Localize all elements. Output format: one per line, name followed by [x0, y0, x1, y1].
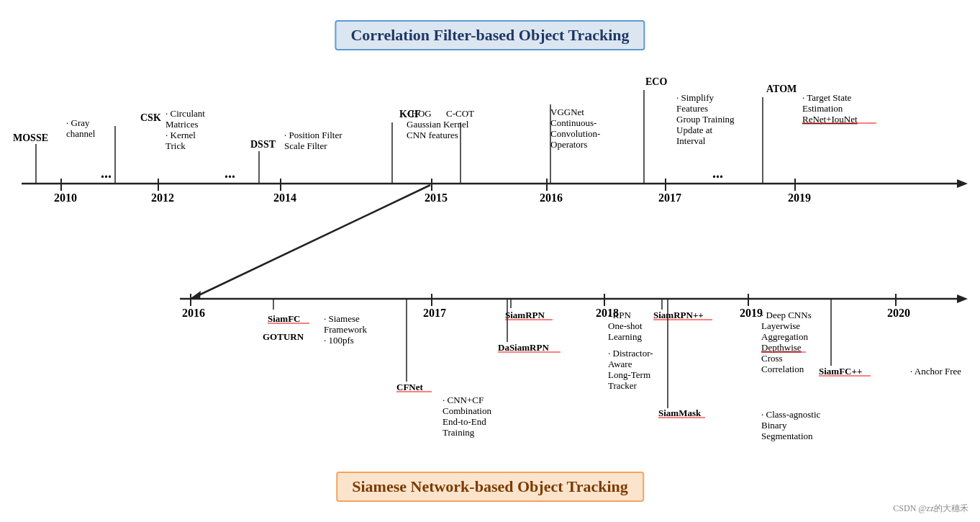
- svg-text:ECO: ECO: [645, 76, 667, 87]
- svg-marker-59: [957, 294, 968, 303]
- svg-text:Aggregation: Aggregation: [761, 331, 808, 342]
- svg-text:Scale Filter: Scale Filter: [284, 140, 327, 151]
- svg-text:· HOG: · HOG: [407, 108, 432, 119]
- svg-text:SiamFC++: SiamFC++: [819, 366, 862, 377]
- svg-text:2010: 2010: [54, 192, 77, 204]
- svg-text:Cross: Cross: [761, 353, 783, 364]
- svg-text:SiamRPN++: SiamRPN++: [653, 310, 704, 320]
- svg-text:Learning: Learning: [608, 331, 642, 342]
- svg-text:···: ···: [101, 168, 112, 184]
- svg-text:· Deep CNNs: · Deep CNNs: [761, 310, 812, 320]
- svg-text:Trick: Trick: [165, 140, 186, 151]
- svg-text:Long-Term: Long-Term: [608, 369, 650, 380]
- diagonal-arrow-svg: [0, 0, 980, 522]
- svg-text:MOSSE: MOSSE: [13, 132, 48, 143]
- svg-text:ReNet+IouNet: ReNet+IouNet: [802, 114, 858, 125]
- svg-text:Binary: Binary: [761, 420, 787, 431]
- svg-text:Tracker: Tracker: [608, 380, 638, 391]
- svg-line-117: [196, 185, 430, 297]
- svg-text:2017: 2017: [423, 307, 446, 319]
- svg-text:GOTURN: GOTURN: [263, 331, 304, 342]
- svg-text:Group Training: Group Training: [676, 114, 735, 125]
- bottom-title: Siamese Network-based Object Tracking: [336, 472, 644, 502]
- svg-text:Continuous-: Continuous-: [550, 117, 596, 128]
- svg-text:· 100pfs: · 100pfs: [324, 335, 354, 346]
- svg-marker-118: [191, 291, 201, 300]
- svg-text:CFNet: CFNet: [396, 382, 423, 392]
- svg-text:One-shot: One-shot: [608, 320, 643, 331]
- svg-text:SiamRPN: SiamRPN: [505, 310, 545, 320]
- svg-text:End-to-End: End-to-End: [443, 416, 486, 427]
- svg-text:Correlation: Correlation: [761, 364, 804, 374]
- top-title-text: Correlation Filter-based Object Tracking: [350, 26, 629, 44]
- svg-text:· Kernel: · Kernel: [165, 130, 196, 140]
- svg-text:2014: 2014: [273, 192, 296, 204]
- svg-text:· Class-agnostic: · Class-agnostic: [761, 409, 821, 420]
- svg-text:Operators: Operators: [550, 139, 587, 150]
- top-title: Correlation Filter-based Object Tracking: [335, 20, 645, 50]
- svg-text:Convolution-: Convolution-: [550, 128, 600, 139]
- watermark: CSDN @zz的大穗禾: [893, 503, 968, 515]
- svg-text:Interval: Interval: [676, 135, 706, 146]
- svg-text:channel: channel: [66, 128, 96, 139]
- bottom-timeline-svg: 2016 2017 2018 2019 2020 SiamFC GOTURN ·…: [0, 223, 980, 497]
- svg-text:2019: 2019: [740, 307, 763, 319]
- svg-text:· Circulant: · Circulant: [165, 108, 205, 119]
- svg-text:2017: 2017: [658, 192, 681, 204]
- svg-text:Aware: Aware: [608, 359, 632, 369]
- watermark-text: CSDN @zz的大穗禾: [893, 503, 968, 513]
- svg-text:2016: 2016: [540, 192, 563, 204]
- svg-text:Matrices: Matrices: [165, 119, 198, 130]
- svg-text:Gaussian Kernel: Gaussian Kernel: [407, 119, 469, 130]
- svg-text:· Target State: · Target State: [802, 92, 852, 103]
- svg-text:Combination: Combination: [443, 405, 491, 416]
- svg-text:VGGNet: VGGNet: [550, 107, 584, 117]
- svg-text:C-COT: C-COT: [446, 108, 474, 119]
- svg-text:2018: 2018: [596, 307, 619, 319]
- svg-text:KCF: KCF: [399, 109, 421, 120]
- svg-text:···: ···: [712, 168, 723, 184]
- svg-text:DSST: DSST: [250, 139, 276, 150]
- svg-text:SiamFC: SiamFC: [268, 313, 301, 324]
- svg-text:Depthwise: Depthwise: [761, 342, 802, 353]
- svg-text:Framework: Framework: [324, 324, 367, 335]
- svg-marker-1: [957, 179, 968, 188]
- svg-text:2016: 2016: [182, 307, 205, 319]
- svg-text:2019: 2019: [788, 192, 811, 204]
- svg-text:· CNN+CF: · CNN+CF: [443, 395, 484, 405]
- svg-text:· Simplify: · Simplify: [676, 92, 714, 103]
- svg-text:Estimation: Estimation: [802, 103, 843, 114]
- svg-text:· Distractor-: · Distractor-: [608, 348, 653, 359]
- svg-text:ATOM: ATOM: [766, 84, 797, 94]
- bottom-title-text: Siamese Network-based Object Tracking: [352, 477, 628, 495]
- svg-text:Features: Features: [676, 103, 708, 114]
- svg-text:· RPN: · RPN: [608, 310, 631, 320]
- svg-text:Update at: Update at: [676, 125, 713, 135]
- svg-text:2012: 2012: [151, 192, 174, 204]
- svg-text:···: ···: [224, 168, 235, 184]
- svg-text:CSK: CSK: [140, 112, 161, 123]
- svg-text:Segmentation: Segmentation: [761, 431, 813, 441]
- svg-text:· Siamese: · Siamese: [324, 313, 360, 324]
- svg-text:CNN features: CNN features: [407, 130, 458, 140]
- svg-text:· Position Filter: · Position Filter: [284, 130, 342, 140]
- svg-text:Training: Training: [443, 427, 475, 438]
- svg-text:Layerwise: Layerwise: [761, 320, 800, 331]
- svg-text:2020: 2020: [887, 307, 910, 319]
- svg-text:SiamMask: SiamMask: [658, 408, 702, 418]
- svg-text:DaSiamRPN: DaSiamRPN: [498, 342, 549, 353]
- svg-text:2015: 2015: [425, 192, 448, 204]
- svg-text:· Gray: · Gray: [66, 117, 90, 128]
- svg-text:· Anchor Free: · Anchor Free: [910, 366, 961, 377]
